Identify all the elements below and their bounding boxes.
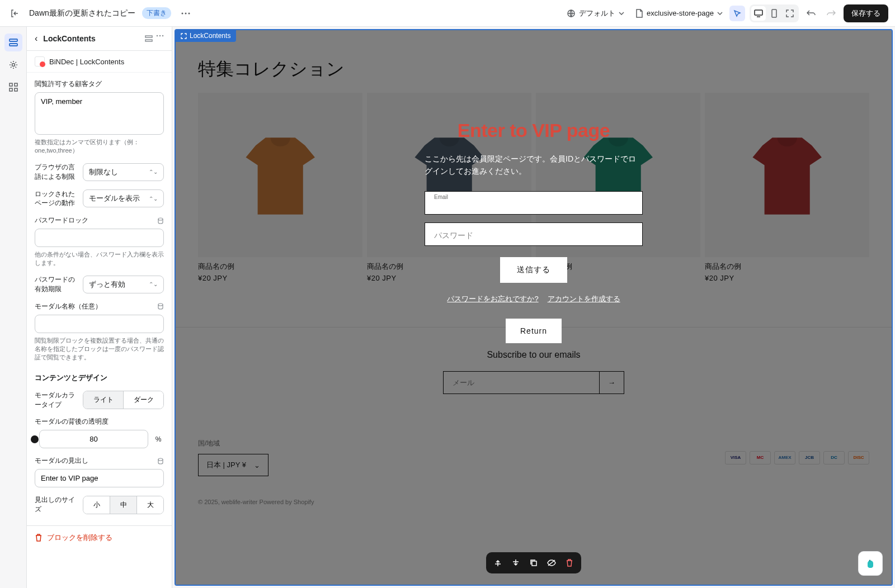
sidebar-panel: ‹ LockContents BiNDec | LockContents 閲覧許…	[27, 27, 172, 588]
section-icon[interactable]	[145, 35, 153, 42]
page-title: Dawn最新の更新されたコピー	[29, 8, 135, 18]
back-button[interactable]: ‹	[35, 34, 37, 44]
tags-help: 複数指定はカンマで区切ります（例：one,two,three）	[35, 138, 164, 155]
assistant-fab[interactable]	[858, 551, 883, 576]
color-dark-button[interactable]: ダーク	[124, 391, 163, 409]
heading-size-field: 見出しのサイズ 小 中 大	[35, 495, 164, 514]
modal-return-button[interactable]: Return	[506, 319, 562, 343]
svg-point-18	[158, 218, 163, 220]
size-large-button[interactable]: 大	[137, 496, 163, 514]
svg-rect-21	[532, 561, 536, 566]
create-account-link[interactable]: アカウントを作成する	[548, 294, 620, 304]
left-rail	[0, 27, 27, 588]
svg-point-19	[158, 304, 163, 306]
more-menu-button[interactable]	[178, 6, 194, 21]
svg-rect-9	[10, 83, 12, 86]
app-source-row[interactable]: BiNDec | LockContents	[27, 51, 172, 73]
opacity-value-input[interactable]	[39, 430, 148, 448]
svg-point-17	[162, 35, 164, 37]
svg-point-2	[188, 12, 190, 14]
storefront-page: 特集コレクション 商品名の例¥20 JPY商品名の例¥20 JPY商品名の例¥2…	[176, 30, 892, 585]
delete-block-button[interactable]: ブロックを削除する	[27, 525, 172, 549]
inspector-toggle[interactable]	[729, 6, 745, 21]
svg-point-20	[158, 458, 163, 461]
lang-restrict-field: ブラウザの言語による制限 制限なし⌃⌄	[35, 163, 164, 182]
svg-rect-4	[755, 10, 762, 15]
delete-button[interactable]	[563, 557, 576, 569]
password-expiry-select[interactable]: ずっと有効⌃⌄	[83, 276, 164, 293]
sections-tab[interactable]	[4, 34, 22, 51]
file-icon	[635, 9, 643, 18]
modal-submit-button[interactable]: 送信する	[500, 257, 567, 283]
color-light-button[interactable]: ライト	[83, 391, 124, 409]
svg-rect-5	[772, 10, 776, 17]
move-up-button[interactable]	[492, 557, 504, 569]
size-medium-button[interactable]: 中	[110, 496, 137, 514]
app-logo-icon	[35, 56, 45, 67]
modal-password-field[interactable]	[425, 222, 643, 246]
svg-point-16	[159, 35, 161, 37]
settings-tab[interactable]	[4, 56, 22, 74]
section-more-button[interactable]	[156, 35, 164, 42]
canvas[interactable]: LockContents 特集コレクション 商品名の例¥20 JPY商品名の例¥…	[175, 29, 893, 586]
globe-icon	[567, 9, 576, 18]
lang-restrict-select[interactable]: 制限なし⌃⌄	[83, 163, 164, 181]
trash-icon	[35, 534, 43, 542]
design-section-heading: コンテンツとデザイン	[35, 373, 164, 383]
svg-point-15	[157, 35, 158, 37]
size-small-button[interactable]: 小	[83, 496, 110, 514]
svg-rect-11	[10, 88, 12, 91]
mobile-view-button[interactable]	[767, 6, 781, 21]
password-lock-field: パスワードロック 他の条件がない場合、パスワード入力欄を表示します。	[35, 216, 164, 267]
dynamic-source-icon[interactable]	[157, 303, 164, 310]
modal-name-field: モーダル名称（任意） 閲覧制限ブロックを複数設置する場合、共通の名称を指定したブ…	[35, 302, 164, 362]
modal-name-input[interactable]	[35, 315, 164, 333]
modal-title: Enter to VIP page	[425, 120, 643, 141]
dynamic-source-icon[interactable]	[157, 217, 164, 224]
svg-point-0	[181, 12, 183, 14]
chevron-down-icon	[619, 12, 624, 15]
svg-rect-7	[10, 44, 17, 46]
password-expiry-field: パスワードの有効期限 ずっと有効⌃⌄	[35, 275, 164, 294]
lock-modal-overlay: Enter to VIP page ここから先は会員限定ページです。会員IDとパ…	[176, 30, 892, 585]
customer-tags-field: 閲覧許可する顧客タグ VIP, member 複数指定はカンマで区切ります（例：…	[35, 79, 164, 155]
undo-button[interactable]	[803, 6, 819, 21]
modal-email-field[interactable]: Email	[425, 191, 643, 215]
apps-tab[interactable]	[4, 78, 22, 96]
svg-rect-14	[145, 40, 152, 41]
exit-button[interactable]	[7, 6, 22, 21]
hide-button[interactable]	[545, 557, 558, 569]
move-down-button[interactable]	[510, 557, 522, 569]
svg-rect-10	[15, 83, 17, 86]
save-button[interactable]: 保存する	[844, 4, 888, 22]
topbar: Dawn最新の更新されたコピー 下書き デフォルト exclusive-stor…	[0, 0, 895, 27]
desktop-view-button[interactable]	[751, 6, 766, 21]
canvas-selection-tag: LockContents	[175, 30, 236, 42]
svg-rect-12	[15, 88, 17, 91]
fullscreen-view-button[interactable]	[783, 6, 797, 21]
lock-modal: Enter to VIP page ここから先は会員限定ページです。会員IDとパ…	[425, 120, 643, 343]
duplicate-button[interactable]	[527, 557, 540, 569]
svg-rect-13	[145, 36, 152, 37]
sidebar-header: ‹ LockContents	[27, 27, 172, 51]
svg-rect-6	[10, 39, 17, 41]
modal-heading-field: モーダルの見出し	[35, 456, 164, 487]
dynamic-source-icon[interactable]	[157, 458, 164, 464]
canvas-toolbar	[486, 552, 581, 573]
modal-heading-input[interactable]	[35, 469, 164, 487]
password-lock-input[interactable]	[35, 229, 164, 247]
canvas-wrap: LockContents 特集コレクション 商品名の例¥20 JPY商品名の例¥…	[172, 27, 895, 588]
modal-color-field: モーダルカラータイプ ライト ダーク	[35, 391, 164, 410]
svg-point-8	[12, 64, 15, 67]
redo-button[interactable]	[823, 6, 839, 21]
preset-selector[interactable]: デフォルト	[567, 8, 624, 18]
modal-description: ここから先は会員限定ページです。会員IDとパスワードでログインしてお進みください…	[425, 153, 643, 178]
svg-point-1	[185, 12, 186, 14]
locked-behavior-select[interactable]: モーダルを表示⌃⌄	[83, 189, 164, 207]
forgot-password-link[interactable]: パスワードをお忘れですか?	[447, 294, 538, 304]
chevron-down-icon	[717, 12, 723, 15]
draft-badge: 下書き	[142, 7, 171, 19]
section-title: LockContents	[43, 34, 139, 43]
page-file-selector[interactable]: exclusive-store-page	[635, 9, 723, 18]
customer-tags-input[interactable]: VIP, member	[35, 92, 164, 135]
